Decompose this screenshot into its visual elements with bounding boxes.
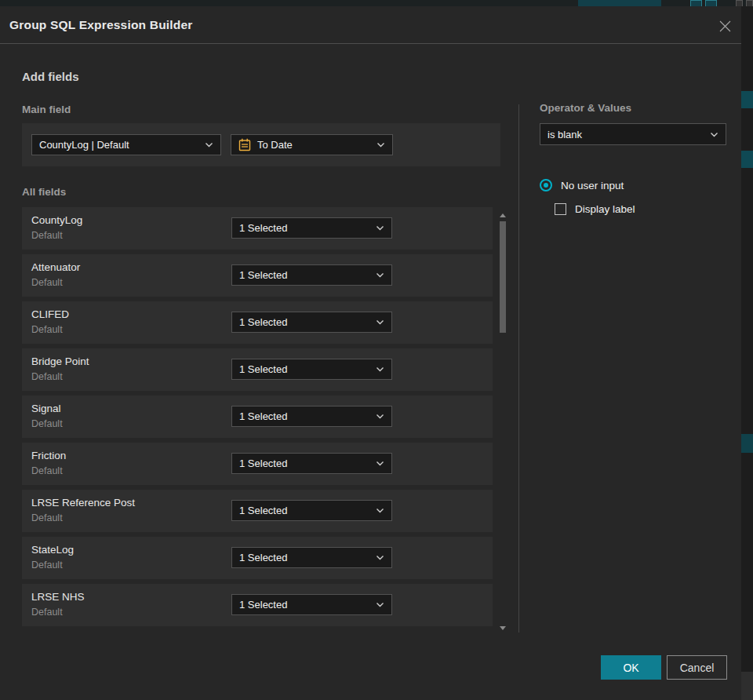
chevron-down-icon [376,508,384,513]
main-field-select[interactable]: CountyLog | Default [31,134,221,155]
field-value-select-value: 1 Selected [239,363,287,375]
field-subtitle: Default [31,560,63,571]
field-value-select[interactable]: 1 Selected [231,264,392,286]
field-value-select[interactable]: 1 Selected [231,312,392,333]
field-value-select-value: 1 Selected [239,458,287,469]
all-fields-list: CountyLog Default 1 Selected Attenuator … [22,207,493,633]
chevron-down-icon [376,366,384,372]
field-value-select-value: 1 Selected [239,269,287,281]
field-subtitle: Default [31,277,63,288]
chevron-down-icon [376,414,384,419]
main-field-select-value: CountyLog | Default [39,139,129,151]
operator-values-label: Operator & Values [540,102,631,114]
field-name: StateLog [31,544,74,556]
chevron-down-icon [376,272,384,278]
checkbox-unchecked-icon [555,203,566,215]
field-subtitle: Default [31,607,63,618]
add-fields-heading: Add fields [22,70,79,83]
background-panel-fragment [741,672,753,700]
field-row: Attenuator Default 1 Selected [22,254,493,297]
background-toolbar-icon[interactable] [736,0,743,6]
screen: Live view Group SQL Expression Builder A… [0,0,753,700]
close-icon [718,20,732,33]
field-name: LRSE NHS [31,591,85,603]
chevron-down-icon [376,225,384,231]
field-row: StateLog Default 1 Selected [22,537,493,579]
field-value-select-value: 1 Selected [239,552,287,563]
chevron-down-icon [710,132,718,137]
chevron-down-icon [376,461,384,466]
field-subtitle: Default [31,465,63,476]
live-view-button[interactable]: Live view [578,0,661,6]
background-side-panel [741,6,753,700]
operator-select[interactable]: is blank [540,123,726,145]
chevron-down-icon [376,602,384,607]
calendar-icon [238,138,251,151]
no-user-input-radio[interactable]: No user input [540,179,624,191]
field-row: Bridge Point Default 1 Selected [22,348,493,391]
main-field-type-select[interactable]: To Date [231,134,393,155]
main-field-panel: CountyLog | Default To Date [22,123,500,166]
field-value-select[interactable]: 1 Selected [231,500,392,521]
field-value-select-value: 1 Selected [239,410,287,422]
cancel-button[interactable]: Cancel [667,655,727,680]
field-name: Bridge Point [31,355,89,367]
field-subtitle: Default [31,230,63,241]
panel-divider [518,104,519,633]
dialog-titlebar: Group SQL Expression Builder [0,6,741,44]
scroll-down-arrow-icon[interactable] [500,626,506,630]
field-row: Friction Default 1 Selected [22,443,493,485]
field-value-select[interactable]: 1 Selected [231,453,392,474]
field-value-select-value: 1 Selected [239,599,287,611]
field-row: CountyLog Default 1 Selected [22,207,493,250]
chevron-down-icon [376,319,384,325]
field-name: LRSE Reference Post [31,497,135,509]
main-field-type-value: To Date [257,139,293,151]
field-value-select-value: 1 Selected [239,505,287,516]
field-value-select-value: 1 Selected [239,316,287,328]
background-toolbar: Live view [0,0,753,6]
background-panel-fragment [741,91,753,108]
background-panel-fragment [741,434,753,453]
field-row: LRSE NHS Default 1 Selected [22,584,493,626]
all-fields-label: All fields [22,186,66,198]
field-value-select-value: 1 Selected [239,222,287,234]
display-label-label: Display label [575,203,635,215]
main-field-label: Main field [22,104,71,115]
background-toolbar-icon[interactable] [690,0,702,6]
field-name: Attenuator [31,261,80,273]
chevron-down-icon [205,142,213,148]
scrollbar-thumb[interactable] [500,221,506,333]
field-subtitle: Default [31,418,63,429]
background-panel-fragment [741,151,753,168]
field-value-select[interactable]: 1 Selected [231,217,392,239]
field-subtitle: Default [31,371,63,382]
close-button[interactable] [716,17,733,35]
chevron-down-icon [376,142,385,148]
chevron-down-icon [376,555,384,560]
operator-select-value: is blank [547,129,582,140]
field-name: Friction [31,450,66,461]
field-subtitle: Default [31,324,63,335]
radio-selected-icon [540,179,552,191]
display-label-checkbox[interactable]: Display label [555,203,635,215]
list-scrollbar[interactable] [499,209,507,634]
dialog-title: Group SQL Expression Builder [9,18,193,32]
no-user-input-label: No user input [561,180,624,191]
field-name: CLIFED [31,308,69,320]
group-sql-expression-builder-dialog: Group SQL Expression Builder Add fields … [0,6,741,700]
field-value-select[interactable]: 1 Selected [231,359,392,380]
background-toolbar-icon[interactable] [705,0,717,6]
field-subtitle: Default [31,512,63,523]
scroll-up-arrow-icon[interactable] [500,213,506,217]
background-toolbar-icon[interactable] [746,0,753,6]
field-name: Signal [31,403,61,414]
field-value-select[interactable]: 1 Selected [231,547,392,568]
ok-button[interactable]: OK [601,655,661,680]
field-row: Signal Default 1 Selected [22,396,493,438]
field-name: CountyLog [31,214,82,226]
field-value-select[interactable]: 1 Selected [231,406,392,427]
field-row: CLIFED Default 1 Selected [22,301,493,344]
field-row: LRSE Reference Post Default 1 Selected [22,490,493,532]
field-value-select[interactable]: 1 Selected [231,594,392,615]
